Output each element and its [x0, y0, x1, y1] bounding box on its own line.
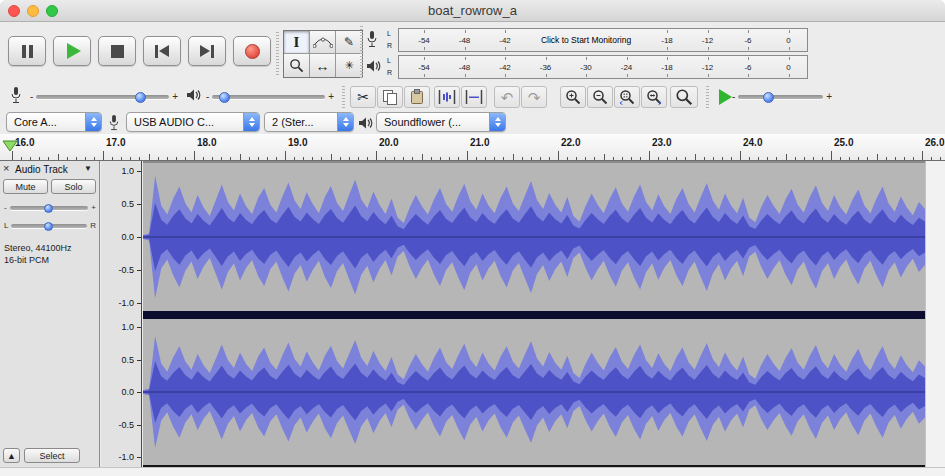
toolbar-grip[interactable] [342, 86, 345, 108]
waveform-channel-left[interactable] [143, 163, 925, 311]
recording-channels-dropdown[interactable]: 2 (Ster... [264, 112, 354, 132]
zoom-in-button[interactable] [560, 86, 586, 108]
playback-device-dropdown[interactable]: Soundflower (... [376, 112, 506, 132]
undo-button[interactable]: ↶ [494, 86, 520, 108]
timeline-tick [713, 157, 714, 160]
meter-tick [424, 57, 425, 60]
timeline-tick [48, 157, 49, 160]
timeline-ruler[interactable]: 16.017.018.019.020.021.022.023.024.025.0… [0, 134, 945, 161]
time-shift-tool-button[interactable]: ↔ [310, 54, 336, 77]
silence-selection-button[interactable] [461, 86, 487, 108]
timeline-tick [558, 151, 559, 160]
horizontal-scrollbar[interactable] [0, 467, 945, 476]
timeline-tick [604, 154, 605, 160]
slider-track[interactable] [212, 95, 325, 99]
waveform-channel-right[interactable] [143, 319, 925, 465]
skip-to-end-button[interactable] [188, 36, 226, 66]
record-button[interactable] [233, 36, 271, 66]
timeline-tick [112, 157, 113, 160]
zoom-toggle-button[interactable] [670, 86, 698, 108]
toolbar-grip[interactable] [276, 32, 279, 76]
playback-speed-slider[interactable]: - + [732, 88, 832, 106]
paste-button[interactable] [404, 86, 430, 108]
recording-device-dropdown[interactable]: USB AUDIO C... [126, 112, 260, 132]
timeline-label: 20.0 [379, 137, 398, 148]
timeline-tick [258, 157, 259, 160]
skip-to-start-button[interactable] [143, 36, 181, 66]
vertical-ruler-tick [137, 237, 141, 238]
draw-tool-button[interactable]: ✎ [336, 31, 362, 54]
stop-button[interactable] [98, 36, 136, 66]
waveform-area[interactable] [143, 161, 925, 467]
timeline-label: 24.0 [743, 137, 762, 148]
slider-thumb[interactable] [44, 204, 53, 213]
vertical-scrollbar[interactable] [925, 161, 945, 467]
toolbar-grip[interactable] [360, 26, 363, 80]
copy-button[interactable] [377, 86, 403, 108]
slider-thumb[interactable] [135, 92, 146, 103]
recording-meter[interactable]: L R -54-48-42-18-12-60Click to Start Mon… [366, 28, 808, 54]
multi-tool-button[interactable]: ✳ [336, 54, 362, 77]
timeline-tick [540, 157, 541, 160]
zoom-out-button[interactable] [587, 86, 613, 108]
play-button[interactable] [53, 36, 91, 66]
timeline-tick [249, 157, 250, 160]
recording-meter-bar[interactable]: -54-48-42-18-12-60Click to Start Monitor… [398, 28, 808, 52]
zoom-fit-icon [646, 89, 662, 105]
timeline-tick [804, 157, 805, 160]
meter-tick [789, 47, 790, 50]
timeline-tick [203, 157, 204, 160]
meter-tick [586, 74, 587, 77]
timeline-tick [230, 157, 231, 160]
timeline-tick [39, 157, 40, 160]
slider-track[interactable] [36, 95, 169, 99]
timeline-label: 19.0 [288, 137, 307, 148]
timeline-tick [813, 157, 814, 160]
slider-thumb[interactable] [44, 222, 53, 231]
envelope-tool-button[interactable] [310, 31, 336, 54]
recording-volume-slider[interactable]: - + [30, 88, 178, 106]
record-icon [245, 44, 260, 59]
slider-thumb[interactable] [763, 92, 774, 103]
fit-project-button[interactable] [641, 86, 667, 108]
slider-thumb[interactable] [219, 92, 230, 103]
pause-button[interactable] [8, 36, 46, 66]
timeline-tick [485, 157, 486, 160]
pan-slider[interactable]: L R [4, 219, 96, 233]
gain-slider[interactable]: - + [4, 201, 96, 215]
meter-message[interactable]: Click to Start Monitoring [541, 35, 631, 45]
timeline-tick [312, 157, 313, 160]
timeline-tick [476, 157, 477, 160]
track-menu-caret-icon[interactable]: ▼ [84, 164, 92, 173]
cut-button[interactable]: ✂ [350, 86, 376, 108]
zoom-tool-button[interactable] [284, 54, 310, 77]
slider-track[interactable] [11, 224, 87, 228]
timeline-tick [904, 157, 905, 160]
playback-volume-slider[interactable]: - + [206, 88, 334, 106]
titlebar[interactable]: boat_rowrow_a [0, 0, 945, 22]
slider-track[interactable] [738, 95, 823, 99]
redo-button[interactable]: ↷ [521, 86, 547, 108]
playback-meter-bar[interactable]: -54-48-42-36-30-24-18-12-60 [398, 55, 808, 79]
meter-channel-label: L [387, 57, 391, 64]
playback-meter[interactable]: L R -54-48-42-36-30-24-18-12-60 [366, 55, 808, 81]
track-title[interactable]: Audio Track [15, 164, 68, 175]
timeline-tick [349, 157, 350, 160]
collapse-track-button[interactable]: ▲ [3, 448, 20, 463]
vertical-ruler[interactable]: 1.00.50.0-0.5-1.01.00.50.0-0.5-1.0 [101, 161, 142, 467]
selection-tool-button[interactable]: I [284, 31, 310, 54]
audio-host-dropdown[interactable]: Core A... [6, 112, 102, 132]
mute-button[interactable]: Mute [3, 179, 48, 194]
meter-channel-label: L [387, 30, 391, 37]
select-track-button[interactable]: Select [24, 448, 80, 463]
close-track-button[interactable]: × [3, 162, 9, 174]
timeline-tick [467, 151, 468, 160]
timeline-tick [422, 154, 423, 160]
solo-button[interactable]: Solo [51, 179, 96, 194]
trim-outside-selection-button[interactable] [434, 86, 460, 108]
fit-selection-button[interactable] [614, 86, 640, 108]
timeline-tick [331, 154, 332, 160]
slider-track[interactable] [10, 206, 89, 210]
meter-scale-label: -6 [744, 36, 751, 45]
toolbar-grip[interactable] [706, 86, 709, 108]
